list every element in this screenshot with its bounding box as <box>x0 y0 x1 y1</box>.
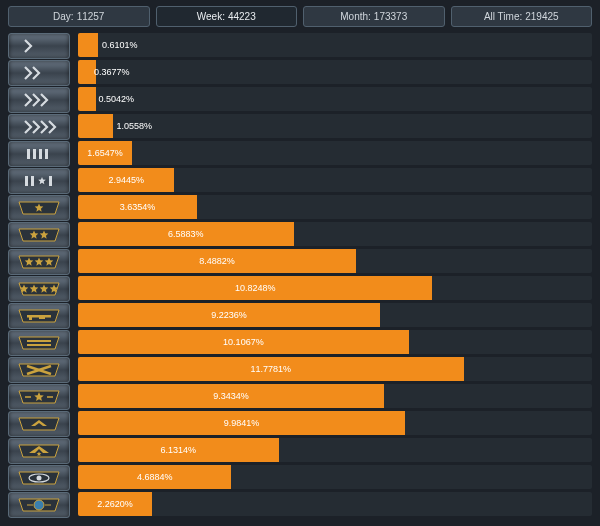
rank-icon-master-guardian-elite <box>8 357 70 383</box>
bar-label: 9.9841% <box>220 418 264 428</box>
bar-fill: 4.6884% <box>78 465 231 489</box>
bar-label: 0.3677% <box>90 67 134 77</box>
svg-rect-4 <box>25 176 28 186</box>
tab-value: 173373 <box>374 11 407 22</box>
bar-fill: 9.3434% <box>78 384 384 408</box>
bar-track: 1.0558% <box>78 114 592 138</box>
rank-icon-gold-nova-3 <box>8 249 70 275</box>
bar-track: 4.6884% <box>78 465 592 489</box>
tab-label: Week: <box>197 11 225 22</box>
tab-month[interactable]: Month:173373 <box>303 6 445 27</box>
rank-row-gold-nova-2: 6.5883% <box>8 222 592 246</box>
bar-label: 1.0558% <box>113 121 157 131</box>
tab-value: 44223 <box>228 11 256 22</box>
bar-label: 0.6101% <box>98 40 142 50</box>
bar-fill: 2.2620% <box>78 492 152 516</box>
bar-track: 6.5883% <box>78 222 592 246</box>
bar-fill <box>78 114 113 138</box>
period-tabs: Day:11257Week:44223Month:173373All Time:… <box>0 0 600 31</box>
rank-icon-master-guardian-2 <box>8 330 70 356</box>
rank-row-gold-nova-3: 8.4882% <box>8 249 592 273</box>
bar-label: 6.5883% <box>164 229 208 239</box>
rank-row-legendary-eagle-master: 6.1314% <box>8 438 592 462</box>
bar-label: 2.9445% <box>104 175 148 185</box>
bar-track: 11.7781% <box>78 357 592 381</box>
rank-icon-legendary-eagle <box>8 411 70 437</box>
bar-track: 2.9445% <box>78 168 592 192</box>
svg-rect-0 <box>27 149 30 159</box>
rank-icon-silver-2 <box>8 60 70 86</box>
svg-marker-6 <box>38 177 46 184</box>
rank-icon-master-guardian-1 <box>8 303 70 329</box>
bar-fill: 9.9841% <box>78 411 405 435</box>
rank-icon-silver-elite-master <box>8 168 70 194</box>
tab-label: Month: <box>340 11 371 22</box>
rank-icon-dmg <box>8 384 70 410</box>
tab-label: Day: <box>53 11 74 22</box>
rank-row-silver-elite: 1.6547% <box>8 141 592 165</box>
bar-label: 2.2620% <box>93 499 137 509</box>
bar-fill: 2.9445% <box>78 168 174 192</box>
bar-label: 3.6354% <box>116 202 160 212</box>
bar-fill: 1.6547% <box>78 141 132 165</box>
svg-rect-3 <box>45 149 48 159</box>
rank-icon-global-elite <box>8 492 70 518</box>
bar-track: 2.2620% <box>78 492 592 516</box>
rank-icon-silver-elite <box>8 141 70 167</box>
bar-track: 10.1067% <box>78 330 592 354</box>
bar-track: 0.3677% <box>78 60 592 84</box>
bar-label: 6.1314% <box>157 445 201 455</box>
rank-row-master-guardian-elite: 11.7781% <box>8 357 592 381</box>
rank-row-master-guardian-1: 9.2236% <box>8 303 592 327</box>
rank-icon-gold-nova-master <box>8 276 70 302</box>
bar-fill <box>78 33 98 57</box>
svg-rect-22 <box>27 344 51 346</box>
bar-track: 3.6354% <box>78 195 592 219</box>
rank-icon-silver-1 <box>8 33 70 59</box>
bar-label: 10.1067% <box>219 337 268 347</box>
bar-label: 11.7781% <box>246 364 295 374</box>
rank-row-dmg: 9.3434% <box>8 384 592 408</box>
tab-alltime[interactable]: All Time:219425 <box>451 6 593 27</box>
tab-value: 11257 <box>77 11 105 22</box>
bar-label: 8.4882% <box>195 256 239 266</box>
bar-fill: 10.8248% <box>78 276 432 300</box>
bar-track: 8.4882% <box>78 249 592 273</box>
rank-row-silver-4: 1.0558% <box>8 114 592 138</box>
tab-label: All Time: <box>484 11 522 22</box>
svg-rect-7 <box>49 176 52 186</box>
bar-track: 9.2236% <box>78 303 592 327</box>
bar-track: 0.5042% <box>78 87 592 111</box>
rank-icon-gold-nova-2 <box>8 222 70 248</box>
rank-icon-legendary-eagle-master <box>8 438 70 464</box>
bar-track: 1.6547% <box>78 141 592 165</box>
bar-fill <box>78 87 96 111</box>
svg-rect-21 <box>27 340 51 342</box>
tab-week[interactable]: Week:44223 <box>156 6 298 27</box>
svg-rect-2 <box>39 149 42 159</box>
svg-rect-1 <box>33 149 36 159</box>
rank-row-global-elite: 2.2620% <box>8 492 592 516</box>
bar-label: 4.6884% <box>133 472 177 482</box>
bar-fill: 11.7781% <box>78 357 464 381</box>
rank-distribution-chart: 0.6101%0.3677%0.5042%1.0558%1.6547%2.944… <box>0 31 600 526</box>
bar-track: 9.3434% <box>78 384 592 408</box>
bar-label: 9.2236% <box>207 310 251 320</box>
bar-fill: 10.1067% <box>78 330 409 354</box>
bar-label: 1.6547% <box>83 148 127 158</box>
rank-row-silver-3: 0.5042% <box>8 87 592 111</box>
bar-label: 9.3434% <box>209 391 253 401</box>
rank-row-legendary-eagle: 9.9841% <box>8 411 592 435</box>
bar-track: 10.8248% <box>78 276 592 300</box>
bar-fill: 8.4882% <box>78 249 356 273</box>
tab-day[interactable]: Day:11257 <box>8 6 150 27</box>
rank-icon-gold-nova-1 <box>8 195 70 221</box>
rank-icon-silver-3 <box>8 87 70 113</box>
bar-track: 9.9841% <box>78 411 592 435</box>
svg-point-26 <box>37 476 42 481</box>
rank-row-gold-nova-master: 10.8248% <box>8 276 592 300</box>
svg-rect-20 <box>39 317 45 319</box>
bar-fill: 3.6354% <box>78 195 197 219</box>
rank-row-silver-2: 0.3677% <box>8 60 592 84</box>
bar-label: 10.8248% <box>231 283 280 293</box>
